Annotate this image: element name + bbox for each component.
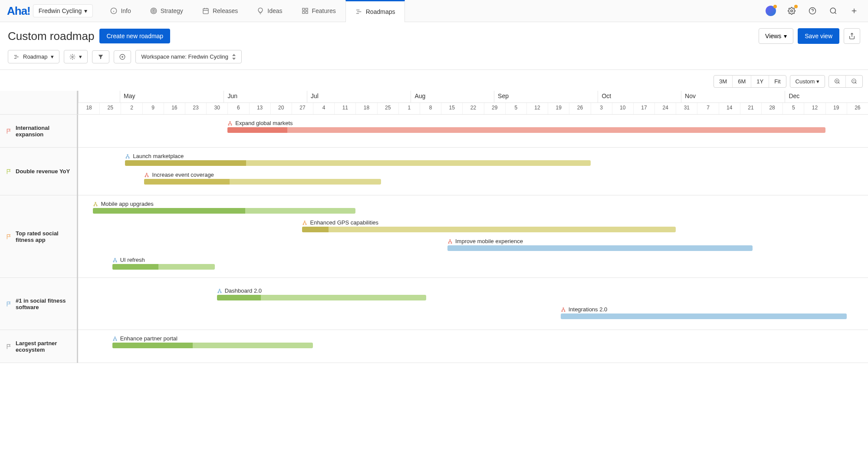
row-label[interactable]: International expansion: [0, 115, 77, 148]
day-header: 10: [612, 103, 633, 114]
day-header: 15: [441, 103, 462, 114]
row-label[interactable]: Top rated social fitness app: [0, 195, 77, 278]
zoom-custom-label: Custom: [796, 78, 815, 85]
svg-point-39: [230, 121, 230, 122]
chevron-down-icon: ▾: [79, 53, 82, 60]
zoom-custom[interactable]: Custom ▾: [790, 75, 825, 88]
nav-label: Roadmaps: [366, 8, 395, 15]
settings-dropdown[interactable]: ▾: [64, 50, 88, 63]
flag-icon: [6, 168, 12, 175]
row-bars: Enhance partner portal: [78, 330, 868, 363]
svg-point-41: [231, 124, 232, 125]
nav-features[interactable]: Features: [292, 0, 345, 22]
zoom-6m[interactable]: 6M: [733, 76, 751, 87]
svg-point-59: [116, 261, 117, 262]
row-label[interactable]: #1 in social fitness software: [0, 278, 77, 330]
search-button[interactable]: [826, 4, 840, 18]
row-name: Largest partner ecosystem: [16, 340, 71, 353]
svg-line-37: [855, 82, 857, 84]
nav-strategy[interactable]: Strategy: [141, 0, 193, 22]
day-header: 3: [591, 103, 612, 114]
row-name: #1 in social fitness software: [16, 297, 71, 310]
bar-label: Dashboard 2.0: [225, 287, 262, 294]
day-header: 20: [270, 103, 292, 114]
roadmap-type-selector[interactable]: Roadmap ▾: [8, 50, 59, 63]
search-icon: [829, 7, 837, 15]
bar-label: Expand global markets: [235, 120, 293, 126]
svg-point-47: [148, 176, 148, 177]
svg-point-40: [228, 124, 229, 125]
nav-ideas[interactable]: Ideas: [247, 0, 292, 22]
create-roadmap-button[interactable]: Create new roadmap: [99, 29, 170, 43]
svg-point-61: [218, 292, 219, 293]
month-header: May: [120, 91, 224, 102]
nav-info[interactable]: Info: [101, 0, 140, 22]
settings-button[interactable]: [785, 4, 799, 18]
gantt-bar[interactable]: Expand global markets: [227, 120, 825, 133]
gantt-bar[interactable]: UI refresh: [112, 257, 215, 270]
row-label[interactable]: Largest partner ecosystem: [0, 330, 77, 363]
svg-point-63: [563, 307, 564, 308]
row-label[interactable]: Double revenue YoY: [0, 148, 77, 195]
svg-point-46: [145, 176, 146, 177]
nav-label: Info: [121, 7, 131, 14]
svg-point-56: [451, 242, 452, 243]
workspace-selector[interactable]: Fredwin Cycling ▾: [33, 4, 93, 17]
bar-label: Enhanced GPS capabilities: [310, 219, 378, 226]
gantt-bar[interactable]: Enhance partner portal: [112, 335, 313, 348]
hierarchy-icon: [561, 307, 566, 312]
svg-point-51: [304, 221, 305, 221]
svg-point-49: [94, 205, 95, 206]
nav-releases[interactable]: Releases: [193, 0, 247, 22]
page-title: Custom roadmap: [8, 30, 94, 43]
zoom-3m[interactable]: 3M: [714, 76, 733, 87]
avatar-button[interactable]: [764, 4, 778, 18]
gantt-bar[interactable]: Launch marketplace: [125, 153, 590, 166]
svg-point-68: [116, 340, 117, 340]
share-button[interactable]: [844, 28, 860, 44]
day-header: 19: [548, 103, 569, 114]
share-icon: [848, 33, 855, 40]
gantt-bar[interactable]: Integrations 2.0: [561, 306, 847, 319]
day-header: 25: [99, 103, 121, 114]
gantt-bar[interactable]: Dashboard 2.0: [217, 287, 426, 300]
save-view-button[interactable]: Save view: [798, 28, 839, 44]
bar-label: Increase event coverage: [152, 172, 214, 178]
help-button[interactable]: [806, 4, 819, 18]
nav-roadmaps[interactable]: Roadmaps: [345, 0, 405, 22]
bar-label: Improve mobile experience: [455, 238, 523, 244]
releases-icon: [202, 7, 209, 14]
plus-circle-icon: [119, 54, 125, 60]
row-name: Double revenue YoY: [16, 168, 70, 175]
svg-line-33: [838, 82, 840, 84]
filter-button[interactable]: [92, 50, 109, 63]
gantt-bar[interactable]: Increase event coverage: [144, 172, 381, 185]
toolbar: Roadmap ▾ ▾ Workspace name: Fredwin Cycl…: [0, 50, 868, 69]
nav-label: Releases: [213, 7, 238, 14]
day-header: 12: [804, 103, 825, 114]
svg-point-53: [306, 224, 306, 224]
views-button[interactable]: Views▾: [759, 28, 793, 44]
svg-point-45: [146, 173, 147, 174]
day-header: 13: [249, 103, 270, 114]
bar-label: UI refresh: [120, 257, 145, 263]
day-header: 8: [420, 103, 441, 114]
add-filter-button[interactable]: [114, 50, 131, 63]
gantt-bar[interactable]: Improve mobile experience: [447, 238, 753, 251]
add-button[interactable]: [847, 4, 861, 18]
gantt-bar[interactable]: Mobile app upgrades: [93, 201, 355, 214]
nav-label: Strategy: [161, 7, 183, 14]
zoom-in-button[interactable]: [829, 76, 846, 87]
gantt-bar[interactable]: Enhanced GPS capabilities: [302, 219, 676, 232]
hierarchy-icon: [447, 239, 453, 244]
roadmap-type-label: Roadmap: [23, 53, 47, 60]
workspace-filter[interactable]: Workspace name: Fredwin Cycling: [135, 50, 242, 63]
day-header: 24: [654, 103, 676, 114]
zoom-1y[interactable]: 1Y: [751, 76, 769, 87]
day-header: 30: [206, 103, 227, 114]
zoom-out-button[interactable]: [846, 76, 862, 87]
gantt-chart: 3M6M1YFit Custom ▾ MayJunJulAugSepOctNov…: [0, 69, 868, 363]
zoom-fit[interactable]: Fit: [769, 76, 786, 87]
sort-icon: [232, 54, 236, 60]
day-header: 14: [719, 103, 740, 114]
